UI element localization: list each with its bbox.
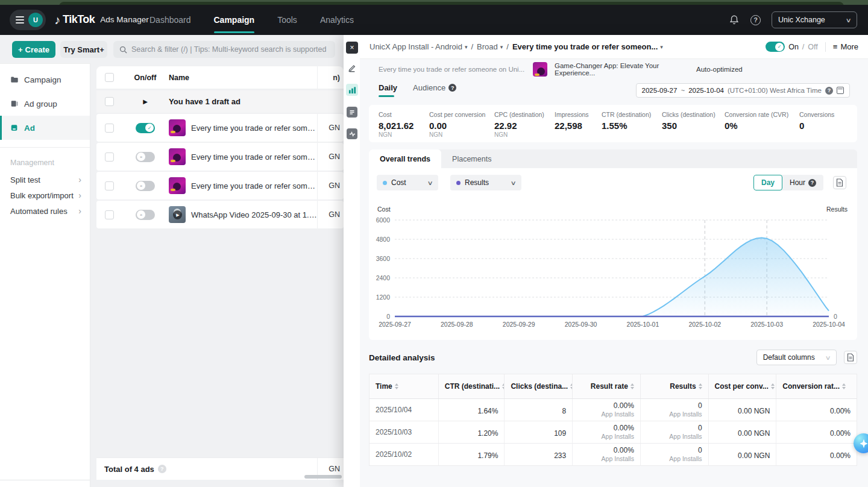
analytics-chart-icon[interactable] — [346, 84, 358, 96]
collapse-sidebar-button[interactable]: Collapse — [0, 480, 90, 487]
sort-icon[interactable] — [699, 383, 702, 389]
tab-daily[interactable]: Daily — [379, 83, 397, 97]
ad-thumbnail[interactable] — [533, 62, 547, 77]
ad-thumbnail[interactable] — [169, 119, 186, 136]
create-button[interactable]: + Create — [12, 41, 55, 58]
user-avatar[interactable]: U — [28, 13, 43, 27]
ad-thumbnail[interactable] — [169, 177, 186, 194]
search-input[interactable] — [131, 45, 329, 54]
results-series-select[interactable]: Results ∨ — [450, 175, 521, 190]
column-header-result-rate[interactable]: Result rate — [573, 374, 641, 398]
column-header-ctr[interactable]: CTR (destinati... — [439, 374, 505, 398]
row-checkbox[interactable] — [105, 181, 114, 190]
help-icon[interactable]: ? — [448, 84, 456, 92]
help-icon[interactable]: ? — [158, 465, 166, 473]
sidebar-item-bulk-export[interactable]: Bulk export/import › — [0, 187, 90, 203]
table-row[interactable]: × Every time you trade or refer someone … — [96, 143, 344, 171]
ad-name[interactable]: Every time you trade or refer someone on… — [191, 152, 317, 162]
column-header-conversion-rate[interactable]: Conversion rat... — [776, 374, 857, 398]
ad-toggle-off[interactable]: × — [136, 181, 155, 191]
x-icon: × — [137, 152, 145, 161]
sidebar-item-split-test[interactable]: Split test › — [0, 172, 90, 187]
export-table-button[interactable] — [844, 351, 857, 364]
sidebar-item-ad-group[interactable]: Ad group — [0, 92, 90, 116]
name-column-header[interactable]: Name — [169, 74, 317, 82]
close-icon: × — [350, 43, 354, 52]
breadcrumb-campaign[interactable]: UnicX App Install - Android ▾ — [370, 42, 467, 51]
tab-overall-trends[interactable]: Overall trends — [369, 149, 441, 168]
document-icon[interactable] — [347, 107, 357, 118]
video-thumbnail[interactable]: ▶ — [169, 206, 186, 223]
table-row[interactable]: × Every time you trade or refer someone … — [96, 172, 344, 200]
sort-icon[interactable] — [395, 383, 398, 389]
ad-toggle-on[interactable]: ✓ — [136, 123, 155, 133]
sort-icon[interactable] — [771, 383, 775, 389]
sidebar-item-automated-rules[interactable]: Automated rules › — [0, 203, 90, 219]
search-bar[interactable] — [113, 41, 335, 58]
tab-placements[interactable]: Placements — [441, 149, 502, 168]
edit-pencil-icon[interactable] — [346, 62, 358, 74]
onoff-column-header[interactable]: On/off — [122, 74, 169, 82]
breadcrumb-adgroup[interactable]: Broad ▾ — [477, 42, 503, 51]
row-checkbox[interactable] — [105, 124, 114, 133]
cell-time: 2025/10/03 — [370, 421, 439, 443]
ad-name[interactable]: Every time you trade or refer someone on… — [191, 124, 317, 133]
column-header-clicks[interactable]: Clicks (destina... — [505, 374, 573, 398]
cell-results: 0App Installs — [641, 399, 709, 421]
row-checkbox[interactable] — [105, 97, 114, 106]
export-chart-button[interactable] — [833, 176, 846, 189]
svg-text:2025-10-01: 2025-10-01 — [627, 321, 659, 328]
breadcrumb-ad[interactable]: Every time you trade or refer someon... … — [512, 42, 663, 51]
table-row[interactable]: 2025/10/02 1.79% 233 0.00%App Installs 0… — [369, 444, 857, 466]
ad-name[interactable]: WhatsApp Video 2025-09-30 at 1.46.17 PM.… — [191, 210, 317, 219]
cell-cost-per-conv: 0.00 NGN — [709, 421, 777, 443]
ad-toggle-off[interactable]: × — [136, 210, 155, 220]
activity-log-icon[interactable] — [347, 128, 357, 139]
hamburger-icon[interactable] — [16, 16, 24, 24]
more-button[interactable]: ≡ More — [833, 42, 858, 51]
sidebar-item-ad[interactable]: Ad — [0, 116, 90, 140]
draft-ads-row[interactable]: ▶ You have 1 draft ad — [96, 90, 344, 113]
help-icon[interactable]: ? — [750, 15, 761, 25]
tab-audience[interactable]: Audience ? — [413, 83, 456, 97]
cost-series-select[interactable]: Cost ∨ — [377, 175, 438, 190]
columns-select[interactable]: Default columns ∨ — [756, 350, 837, 365]
nav-item-analytics[interactable]: Analytics — [320, 5, 354, 35]
table-row[interactable]: 2025/10/04 1.64% 8 0.00%App Installs 0Ap… — [369, 399, 857, 421]
hour-button[interactable]: Hour ? — [782, 175, 823, 190]
column-header-time[interactable]: Time — [370, 374, 439, 398]
row-checkbox[interactable] — [105, 210, 114, 219]
help-icon[interactable]: ? — [808, 179, 816, 187]
notification-bell-icon[interactable] — [729, 14, 740, 25]
close-panel-button[interactable]: × — [346, 42, 358, 54]
account-select[interactable]: Unic Xchange ∨ — [772, 11, 857, 28]
table-row[interactable]: × ▶ WhatsApp Video 2025-09-30 at 1.46.17… — [96, 201, 344, 228]
play-icon: ▶ — [173, 210, 182, 219]
nav-item-dashboard[interactable]: Dashboard — [149, 5, 191, 35]
sidebar-item-campaign[interactable]: Campaign — [0, 68, 90, 92]
row-checkbox[interactable] — [105, 152, 114, 162]
try-smart-button[interactable]: Try Smart+ — [60, 41, 107, 58]
help-icon[interactable]: ? — [825, 87, 833, 95]
column-header-cost-per-conv[interactable]: Cost per conv... — [709, 374, 777, 398]
date-range-picker[interactable]: 2025-09-27 ~ 2025-10-04 (UTC+01:00) West… — [636, 83, 850, 98]
nav-item-tools[interactable]: Tools — [277, 5, 297, 35]
day-button[interactable]: Day — [753, 175, 782, 190]
nav-menu-pill[interactable]: U — [10, 10, 46, 30]
table-row[interactable]: 2025/10/03 1.20% 109 0.00%App Installs 0… — [369, 421, 857, 444]
horizontal-scrollbar[interactable] — [304, 475, 342, 479]
nav-item-campaign[interactable]: Campaign — [214, 5, 255, 35]
brand-logo[interactable]: ♪ TikTok Ads Manager — [54, 13, 149, 26]
ad-thumbnail[interactable] — [169, 148, 186, 165]
ad-name[interactable]: Every time you trade or refer someone on… — [191, 181, 317, 190]
ad-toggle-off[interactable]: × — [136, 152, 155, 162]
sort-icon[interactable] — [631, 383, 634, 389]
expand-icon[interactable]: ▶ — [122, 98, 169, 105]
sort-icon[interactable] — [842, 383, 846, 389]
table-row[interactable]: ✓ Every time you trade or refer someone … — [96, 114, 344, 142]
column-header-results[interactable]: Results — [641, 374, 709, 398]
select-all-checkbox[interactable] — [105, 73, 114, 82]
account-name: Unic Xchange — [778, 16, 825, 24]
sidebar-link-label: Split test — [10, 175, 40, 184]
ad-status-toggle[interactable]: ✓ — [766, 42, 785, 52]
